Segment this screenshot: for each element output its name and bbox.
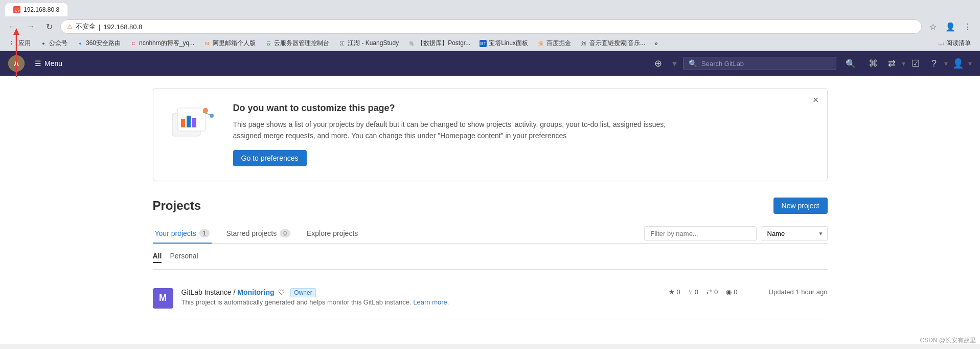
- mr-meta: ⇄ 0: [706, 288, 718, 296]
- bookmarks-bar: ⋮⋮ 应用 ● 公众号 ● 360安全路由 C ncnhhm的博客_yq... …: [0, 37, 980, 51]
- tab-starred-projects-count: 0: [280, 229, 290, 237]
- tab-starred-projects-label: Starred projects: [226, 229, 277, 237]
- issues-icon: ◉: [726, 288, 732, 296]
- banner-text: Do you want to customize this page? This…: [233, 103, 693, 166]
- snippets-button[interactable]: ⌘: [865, 55, 881, 72]
- project-updated: Updated 1 hour ago: [746, 288, 828, 296]
- banner-illustration: [170, 103, 221, 144]
- star-icon: ★: [669, 288, 675, 296]
- bookmark-postgres[interactable]: 🐘 【数据库】Postgr...: [404, 38, 474, 49]
- new-project-button[interactable]: New project: [773, 198, 828, 214]
- menu-label: Menu: [44, 59, 62, 68]
- tab-starred-projects[interactable]: Starred projects 0: [224, 224, 292, 244]
- projects-section: Projects New project Your projects 1 Sta…: [153, 198, 828, 319]
- issues-meta: ◉ 0: [726, 288, 737, 296]
- banner-title: Do you want to customize this page?: [233, 103, 693, 114]
- profile-button[interactable]: 👤: [943, 19, 958, 34]
- svg-point-10: [210, 114, 214, 118]
- project-name-link[interactable]: Monitoring: [237, 288, 274, 296]
- project-avatar: M: [153, 288, 173, 309]
- learn-more-link[interactable]: Learn more.: [413, 298, 449, 306]
- stars-meta: ★ 0: [669, 288, 680, 296]
- reload-button[interactable]: ↻: [42, 19, 56, 34]
- tab-favicon: 🦊: [13, 6, 20, 13]
- bookmark-360[interactable]: ● 360安全路由: [73, 38, 125, 49]
- bookmark-jianghu[interactable]: 江 江湖 - KuangStudy: [334, 38, 403, 49]
- bookmark-baota[interactable]: BT 宝塔Linux面板: [475, 38, 532, 49]
- sub-tabs: All Personal: [153, 244, 828, 270]
- user-menu-button[interactable]: 👤: [950, 55, 966, 72]
- stars-count: 0: [677, 288, 680, 296]
- main-content: ×: [132, 76, 848, 332]
- banner-description: This page shows a list of your projects …: [233, 119, 693, 142]
- bookmark-wechat[interactable]: ● 公众号: [36, 38, 72, 49]
- tab-your-projects-count: 1: [199, 229, 210, 237]
- svg-marker-3: [13, 28, 19, 35]
- tab-title: 192.168.80.8: [24, 6, 59, 13]
- bookmark-reading-list[interactable]: 📖 阅读清单: [933, 38, 975, 49]
- search-bar: 🔍: [683, 57, 836, 70]
- mr-icon: ⇄: [706, 288, 712, 296]
- search-icon: 🔍: [689, 59, 697, 68]
- sort-wrapper: Name Last created Oldest created Last up…: [761, 226, 828, 241]
- project-meta: ★ 0 ⑂ 0 ⇄ 0 ◉: [669, 288, 738, 296]
- url-text: 不安全: [76, 22, 96, 31]
- tab-explore-projects-label: Explore projects: [307, 229, 358, 237]
- extension-button[interactable]: ⋮: [961, 19, 975, 34]
- go-to-preferences-button[interactable]: Go to preferences: [233, 150, 307, 166]
- mr-count: 0: [714, 288, 718, 296]
- bookmark-music[interactable]: 刘 音乐直链搜索|音乐...: [576, 38, 649, 49]
- project-namespace: GitLab Instance /: [181, 288, 238, 296]
- project-info: GitLab Instance / Monitoring 🛡 Owner Thi…: [181, 288, 660, 306]
- help-button[interactable]: ?: [926, 55, 942, 72]
- project-list: M GitLab Instance / Monitoring 🛡 Owner T…: [153, 278, 828, 319]
- tab-your-projects[interactable]: Your projects 1: [153, 224, 212, 244]
- forks-meta: ⑂ 0: [689, 288, 698, 296]
- svg-rect-7: [187, 116, 191, 127]
- project-path: GitLab Instance / Monitoring 🛡 Owner: [181, 288, 660, 296]
- merge-requests-button[interactable]: ⇄: [883, 55, 900, 72]
- projects-title: Projects: [153, 199, 201, 213]
- sort-select[interactable]: Name Last created Oldest created Last up…: [761, 226, 828, 241]
- watermark: CSDN @长安有故里: [920, 336, 976, 344]
- filter-bar: Name Last created Oldest created Last up…: [644, 226, 828, 243]
- sub-tab-personal[interactable]: Personal: [170, 250, 198, 263]
- browser-tab[interactable]: 🦊 192.168.80.8: [5, 3, 67, 16]
- customize-banner: ×: [153, 88, 828, 181]
- sub-tab-all[interactable]: All: [153, 250, 162, 263]
- fork-icon: ⑂: [689, 288, 693, 296]
- project-description: This project is automatically generated …: [181, 298, 660, 306]
- url-address: 192.168.80.8: [103, 23, 142, 31]
- top-nav: A ☰ Menu ⊕ ▾ 🔍 🔍 ⌘: [0, 51, 980, 76]
- search-button[interactable]: 🔍: [842, 55, 859, 72]
- forks-count: 0: [695, 288, 698, 296]
- owner-badge: Owner: [290, 288, 315, 297]
- bookmark-more[interactable]: »: [650, 39, 662, 48]
- filter-input[interactable]: [644, 226, 757, 241]
- bookmark-button[interactable]: ☆: [926, 19, 940, 34]
- bookmark-cloud[interactable]: 云 云服务器管理控制台: [261, 38, 333, 49]
- section-header: Projects New project: [153, 198, 828, 214]
- svg-rect-6: [181, 119, 185, 127]
- menu-button[interactable]: ☰ Menu: [31, 57, 66, 70]
- search-input[interactable]: [701, 60, 831, 68]
- security-warning: ⚠: [67, 23, 73, 30]
- table-row: M GitLab Instance / Monitoring 🛡 Owner T…: [153, 278, 828, 319]
- hamburger-icon: ☰: [35, 59, 41, 68]
- tab-explore-projects[interactable]: Explore projects: [305, 224, 360, 244]
- todos-button[interactable]: ☑: [907, 55, 924, 72]
- shield-icon: 🛡: [278, 288, 285, 296]
- banner-close-button[interactable]: ×: [813, 95, 819, 105]
- bookmark-aliyun-mail[interactable]: M 阿里邮箱个人版: [199, 38, 260, 49]
- bookmark-ncnhhm[interactable]: C ncnhhm的博客_yq...: [126, 38, 198, 49]
- address-bar[interactable]: ⚠ 不安全 | 192.168.80.8: [60, 19, 922, 34]
- issues-count: 0: [734, 288, 737, 296]
- tab-your-projects-label: Your projects: [155, 229, 196, 237]
- bookmark-baidu[interactable]: 掘 百度掘金: [533, 38, 575, 49]
- new-item-button[interactable]: ⊕: [650, 55, 666, 72]
- svg-rect-8: [192, 118, 196, 127]
